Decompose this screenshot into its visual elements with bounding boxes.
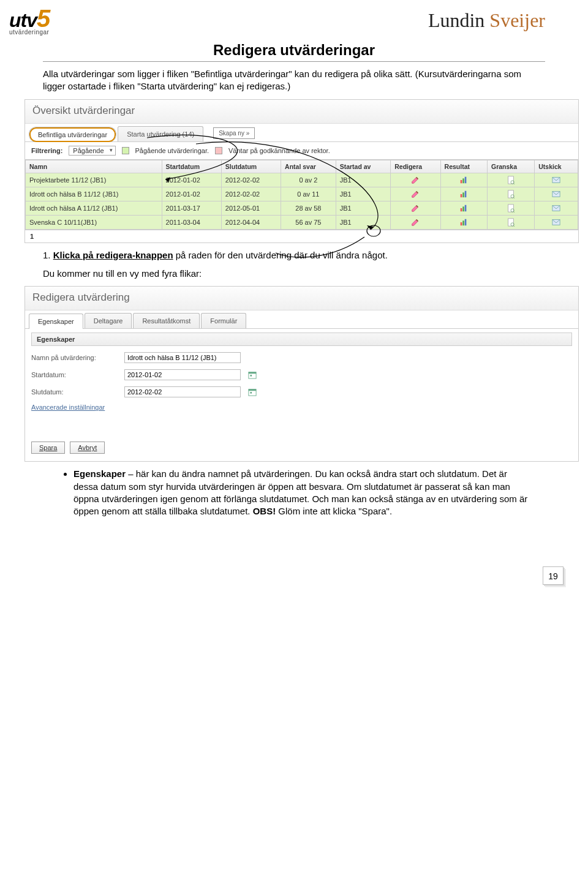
cell-start: 2011-03-04 bbox=[162, 215, 221, 229]
edit-icon[interactable] bbox=[411, 190, 420, 198]
cell-review[interactable] bbox=[487, 201, 534, 215]
cell-by: JB1 bbox=[336, 173, 391, 187]
chart-icon[interactable] bbox=[459, 204, 468, 212]
cell-result[interactable] bbox=[440, 201, 487, 215]
edit-panel: Redigera utvärdering Egenskaper Deltagar… bbox=[24, 286, 579, 462]
label-name: Namn på utvärdering: bbox=[31, 354, 117, 361]
col-granska[interactable]: Granska bbox=[487, 160, 534, 173]
evaluations-table: Namn Startdatum Slutdatum Antal svar Sta… bbox=[25, 160, 578, 230]
page-number[interactable]: 1 bbox=[30, 233, 34, 240]
svg-rect-8 bbox=[463, 192, 465, 197]
pager: 1 bbox=[25, 230, 578, 242]
tab-resultatatkomst[interactable]: Resultatåtkomst bbox=[133, 313, 200, 328]
cell-by: JB1 bbox=[336, 187, 391, 201]
cell-end: 2012-02-02 bbox=[221, 187, 281, 201]
cell-result[interactable] bbox=[440, 173, 487, 187]
col-resultat[interactable]: Resultat bbox=[440, 160, 487, 173]
svg-rect-1 bbox=[463, 178, 465, 183]
cell-edit[interactable] bbox=[391, 201, 440, 215]
svg-rect-34 bbox=[251, 392, 252, 394]
mail-icon[interactable] bbox=[552, 190, 560, 198]
chart-icon[interactable] bbox=[459, 218, 468, 227]
document-icon[interactable] bbox=[507, 176, 515, 184]
cell-edit[interactable] bbox=[391, 173, 440, 187]
cell-mail[interactable] bbox=[535, 187, 578, 201]
cell-result[interactable] bbox=[440, 215, 487, 229]
cell-review[interactable] bbox=[487, 215, 534, 229]
cell-by: JB1 bbox=[336, 215, 391, 229]
cancel-button[interactable]: Avbryt bbox=[70, 442, 105, 454]
brand-lundin-sveijer: Lundin Sveijer bbox=[428, 9, 545, 32]
tab-starta[interactable]: Starta utvärdering (14) bbox=[118, 126, 203, 141]
col-startadav[interactable]: Startad av bbox=[336, 160, 391, 173]
cell-result[interactable] bbox=[440, 187, 487, 201]
cell-name: Idrott och hälsa B 11/12 (JB1) bbox=[26, 187, 162, 201]
col-redigera[interactable]: Redigera bbox=[391, 160, 440, 173]
cell-mail[interactable] bbox=[535, 215, 578, 229]
edit-icon[interactable] bbox=[411, 176, 420, 184]
svg-rect-16 bbox=[465, 205, 467, 212]
input-name[interactable] bbox=[124, 352, 241, 363]
edit-heading: Redigera utvärdering bbox=[25, 287, 578, 310]
overview-panel: Översikt utvärderingar Befintliga utvärd… bbox=[24, 99, 579, 243]
tab-formular[interactable]: Formulär bbox=[201, 313, 246, 328]
save-button[interactable]: Spara bbox=[31, 442, 65, 454]
cell-name: Svenska C 10/11(JB1) bbox=[26, 215, 162, 229]
skapa-ny-button[interactable]: Skapa ny » bbox=[213, 127, 255, 139]
cell-name: Projektarbete 11/12 (JB1) bbox=[26, 173, 162, 187]
legend-text-pink: Väntar på godkännande av rektor. bbox=[228, 147, 330, 154]
col-slutdatum[interactable]: Slutdatum bbox=[221, 160, 281, 173]
cell-count: 0 av 2 bbox=[281, 173, 336, 187]
table-row: Projektarbete 11/12 (JB1)2012-01-022012-… bbox=[26, 173, 578, 187]
svg-line-26 bbox=[513, 225, 514, 227]
step-2: Du kommer nu till en vy med fyra flikar: bbox=[43, 268, 545, 280]
svg-rect-0 bbox=[461, 180, 462, 183]
advanced-settings-link[interactable]: Avancerade inställningar bbox=[31, 404, 105, 411]
chart-icon[interactable] bbox=[459, 176, 468, 184]
overview-tabs: Befintliga utvärderingar Starta utvärder… bbox=[25, 126, 578, 142]
svg-rect-33 bbox=[249, 389, 256, 391]
cell-count: 56 av 75 bbox=[281, 215, 336, 229]
tab-befintliga[interactable]: Befintliga utvärderingar bbox=[29, 127, 116, 142]
calendar-icon[interactable] bbox=[248, 370, 257, 379]
col-namn[interactable]: Namn bbox=[26, 160, 162, 173]
cell-review[interactable] bbox=[487, 173, 534, 187]
intro-paragraph: Alla utvärderingar som ligger i fliken "… bbox=[43, 68, 545, 93]
cell-start: 2011-03-17 bbox=[162, 201, 221, 215]
cell-mail[interactable] bbox=[535, 173, 578, 187]
overview-heading: Översikt utvärderingar bbox=[25, 100, 578, 124]
svg-rect-2 bbox=[465, 176, 467, 183]
chart-icon[interactable] bbox=[459, 190, 468, 198]
edit-icon[interactable] bbox=[411, 204, 420, 212]
input-start[interactable] bbox=[124, 369, 241, 380]
cell-edit[interactable] bbox=[391, 187, 440, 201]
svg-rect-30 bbox=[249, 372, 256, 374]
cell-name: Idrott och hälsa A 11/12 (JB1) bbox=[26, 201, 162, 215]
mail-icon[interactable] bbox=[552, 218, 560, 227]
document-icon[interactable] bbox=[507, 218, 515, 227]
document-icon[interactable] bbox=[507, 190, 515, 198]
svg-rect-14 bbox=[461, 208, 462, 211]
col-antal[interactable]: Antal svar bbox=[281, 160, 336, 173]
edit-icon[interactable] bbox=[411, 218, 420, 227]
tab-deltagare[interactable]: Deltagare bbox=[85, 313, 132, 328]
mail-icon[interactable] bbox=[552, 176, 560, 184]
col-utskick[interactable]: Utskick bbox=[535, 160, 578, 173]
table-row: Svenska C 10/11(JB1)2011-03-042012-04-04… bbox=[26, 215, 578, 229]
input-end[interactable] bbox=[124, 386, 241, 397]
step-1: 1. Klicka på redigera-knappen på raden f… bbox=[43, 249, 545, 261]
document-icon[interactable] bbox=[507, 204, 515, 212]
calendar-icon[interactable] bbox=[248, 388, 257, 396]
tab-egenskaper[interactable]: Egenskaper bbox=[29, 314, 83, 329]
cell-end: 2012-05-01 bbox=[221, 201, 281, 215]
legend-swatch-green bbox=[122, 147, 129, 154]
logo-subtitle: utvärderingar bbox=[9, 29, 49, 36]
filter-dropdown[interactable]: Pågående bbox=[69, 146, 115, 156]
mail-icon[interactable] bbox=[552, 204, 560, 212]
cell-edit[interactable] bbox=[391, 215, 440, 229]
cell-mail[interactable] bbox=[535, 201, 578, 215]
cell-end: 2012-04-04 bbox=[221, 215, 281, 229]
cell-review[interactable] bbox=[487, 187, 534, 201]
col-startdatum[interactable]: Startdatum bbox=[162, 160, 221, 173]
cell-count: 28 av 58 bbox=[281, 201, 336, 215]
